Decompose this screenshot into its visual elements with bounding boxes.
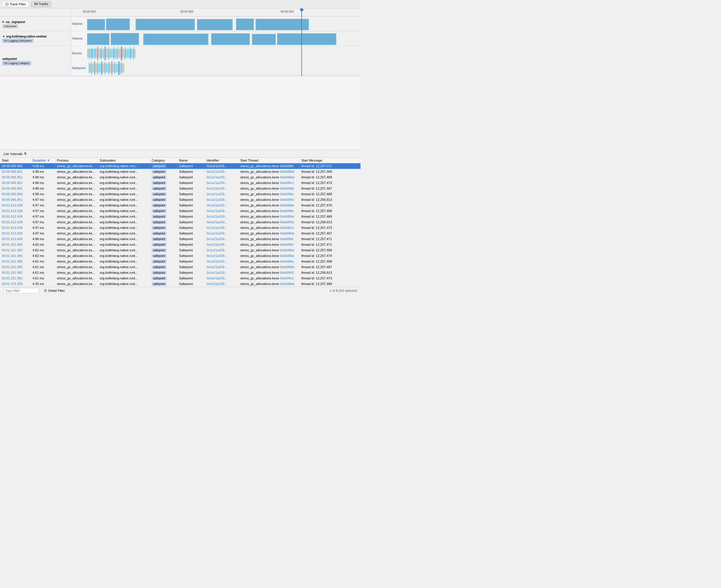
table-cell: Safepoint: [177, 236, 205, 242]
playhead: [302, 8, 302, 76]
table-cell: thread id: 12,257,473: [299, 276, 360, 281]
table-row[interactable]: 00:00.965.8644.98 msstress_gc_allocation…: [0, 191, 360, 197]
table-cell: stress_gc_allocations.kexe 0xbb08bb: [238, 231, 299, 236]
col-subsystem[interactable]: Subsystem: [98, 158, 150, 163]
table-cell: org.kotlinlang.native.runt...: [98, 248, 150, 253]
table-cell: stress_gc_allocations.kexe 0xbb08bc: [238, 208, 299, 214]
table-cell: stress_gc_allocations.ke...: [55, 248, 98, 253]
table-cell: stress_gc_allocations.ke...: [55, 264, 98, 270]
all-tracks-button[interactable]: All Tracks: [31, 1, 52, 7]
table-scroll[interactable]: 00:00.965.8624.98 msstress_gc_allocation…: [0, 163, 360, 287]
input-filter[interactable]: [3, 288, 39, 293]
table-row[interactable]: 00:01.612.6384.97 msstress_gc_allocation…: [0, 208, 360, 214]
table-cell: 4.98 ms: [30, 169, 55, 174]
table-cell: 0x1e21a159...: [205, 264, 239, 270]
kotlin-runtime-badge: OS Logging Subsystem: [2, 39, 34, 43]
col-name[interactable]: Name: [177, 158, 205, 163]
table-cell: stress_gc_allocations.kexe 0xbb0691: [238, 219, 299, 225]
col-start-thread[interactable]: Start Thread: [238, 158, 299, 163]
table-cell: safepoint: [150, 169, 177, 174]
safepoint-row-label: Safepoint: [71, 61, 89, 76]
bottom-panel: List: Intervals ⇅ Star: [0, 150, 360, 294]
status-text: 1 of 8,254 selected: [329, 289, 357, 292]
table-cell: stress_gc_allocations.ke...: [55, 180, 98, 186]
table-cell: stress_gc_allocations.kexe 0xbb08c1: [238, 276, 299, 281]
table-row[interactable]: 00:01.612.6384.97 msstress_gc_allocation…: [0, 225, 360, 231]
table-cell: 4.62 ms: [30, 253, 55, 259]
table-cell: org.kotlinlang.native.runt...: [98, 174, 150, 180]
table-row[interactable]: 00:01.476.2594.35 msstress_gc_allocation…: [0, 281, 360, 287]
detail-filter-btn[interactable]: Detail Filter: [44, 289, 65, 292]
col-start-message[interactable]: Start Message: [299, 158, 360, 163]
gear-icon: [44, 289, 47, 292]
table-row[interactable]: 00:01.321.9824.61 msstress_gc_allocation…: [0, 276, 360, 281]
list-header: List: Intervals ⇅: [0, 150, 360, 158]
app-window: Track Filter All Tracks ▶ os_signpost In…: [0, 0, 360, 294]
bottom-bar-left: Detail Filter: [3, 288, 65, 293]
table-cell: 00:01.612.638: [0, 208, 30, 214]
table-cell: stress_gc_allocations.kexe 0xbb0691: [238, 270, 299, 276]
table-cell: 0x1e21a159...: [205, 163, 239, 169]
col-identifier[interactable]: Identifier: [205, 158, 239, 163]
table-row[interactable]: 00:01.612.6404.97 msstress_gc_allocation…: [0, 231, 360, 236]
volume-label-1: Volume: [71, 17, 87, 31]
table-cell: Safepoint: [177, 264, 205, 270]
table-cell: stress_gc_allocations.kexe 0xbb08bc: [238, 259, 299, 264]
track-filter-label: Track Filter: [10, 2, 26, 6]
track-filter-button[interactable]: Track Filter: [2, 1, 29, 7]
table-cell: org.kotlinlang.native.runt...: [98, 214, 150, 219]
table-cell: 4.98 ms: [30, 191, 55, 197]
table-cell: thread id: 12,257,469: [299, 248, 360, 253]
events-row: Events: [71, 46, 360, 61]
table-row[interactable]: 00:01.321.9824.61 msstress_gc_allocation…: [0, 264, 360, 270]
safepoint-subrow: Safepoint: [71, 61, 360, 76]
table-cell: 00:01.321.984: [0, 242, 30, 248]
table-cell: 00:00.965.862: [0, 180, 30, 186]
time-mark-950: 00:00.950: [281, 10, 294, 13]
table-row[interactable]: 00:01.321.9844.62 msstress_gc_allocation…: [0, 242, 360, 248]
table-cell: 4.97 ms: [30, 214, 55, 219]
table-cell: stress_gc_allocations.ke...: [55, 191, 98, 197]
table-row[interactable]: 00:01.612.6384.97 msstress_gc_allocation…: [0, 214, 360, 219]
table-row[interactable]: 00:00.965.8624.98 msstress_gc_allocation…: [0, 180, 360, 186]
table-cell: stress_gc_allocations.kexe 0xbb08c1: [238, 225, 299, 231]
table-row[interactable]: 00:00.965.8624.98 msstress_gc_allocation…: [0, 163, 360, 169]
table-cell: 0x1e21a159...: [205, 191, 239, 197]
table-cell: safepoint: [150, 180, 177, 186]
col-category[interactable]: Category: [150, 158, 177, 163]
track-os-signpost: ▶ os_signpost Instrument: [0, 17, 70, 31]
table-cell: 00:01.321.982: [0, 270, 30, 276]
table-row[interactable]: 00:01.321.9854.61 msstress_gc_allocation…: [0, 259, 360, 264]
table-cell: Safepoint: [177, 197, 205, 203]
col-process[interactable]: Process: [55, 158, 98, 163]
table-cell: 00:01.321.985: [0, 259, 30, 264]
table-cell: 00:01.321.982: [0, 276, 30, 281]
time-ruler: 00:00.850 00:00.900 00:00.950: [71, 8, 360, 17]
table-row[interactable]: 00:01.321.9834.62 msstress_gc_allocation…: [0, 253, 360, 259]
col-duration[interactable]: Duration ▼: [30, 158, 55, 163]
col-start[interactable]: Start: [0, 158, 30, 163]
table-row[interactable]: 00:01.612.6384.97 msstress_gc_allocation…: [0, 219, 360, 225]
table-cell: safepoint: [150, 259, 177, 264]
table-cell: stress_gc_allocations.ke...: [55, 236, 98, 242]
table-cell: thread id: 12,257,467: [299, 264, 360, 270]
table-cell: thread id: 12,257,467: [299, 231, 360, 236]
table-cell: stress_gc_allocations.ke...: [55, 231, 98, 236]
table-row[interactable]: 00:01.321.9824.62 msstress_gc_allocation…: [0, 248, 360, 253]
table-cell: thread id: 12,257,470: [299, 203, 360, 208]
table-row[interactable]: 00:01.612.6484.96 msstress_gc_allocation…: [0, 236, 360, 242]
table-cell: Safepoint: [177, 203, 205, 208]
table-row[interactable]: 00:00.965.8614.97 msstress_gc_allocation…: [0, 197, 360, 203]
table-row[interactable]: 00:00.965.8614.98 msstress_gc_allocation…: [0, 169, 360, 174]
kotlin-bars: [87, 31, 360, 46]
table-cell: Safepoint: [177, 242, 205, 248]
table-row[interactable]: 00:01.321.9824.61 msstress_gc_allocation…: [0, 270, 360, 276]
table-row[interactable]: 00:00.965.8614.98 msstress_gc_allocation…: [0, 174, 360, 180]
table-cell: Safepoint: [177, 225, 205, 231]
table-cell: stress_gc_allocations.kexe 0xbb08c1: [238, 180, 299, 186]
table-cell: Safepoint: [177, 214, 205, 219]
table-cell: stress_gc_allocations.kexe 0xbb08bd: [238, 174, 299, 180]
table-row[interactable]: 00:01.612.6384.97 msstress_gc_allocation…: [0, 203, 360, 208]
table-row[interactable]: 00:00.965.8614.98 msstress_gc_allocation…: [0, 186, 360, 191]
table-cell: thread id: 12,257,469: [299, 174, 360, 180]
